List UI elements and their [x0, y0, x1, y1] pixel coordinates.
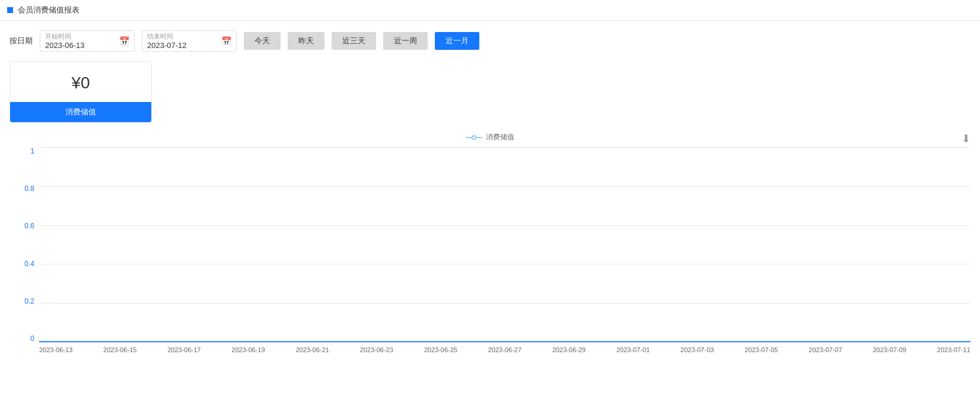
y-axis: 1 0.8 0.6 0.4 0.2 0 [9, 147, 39, 343]
y-label-0: 0 [30, 334, 34, 343]
end-date-input[interactable]: 结束时间 2023-07-12 📅 [142, 30, 237, 52]
today-button[interactable]: 今天 [244, 32, 281, 50]
start-date-label: 开始时间 [45, 32, 129, 41]
grid-line-06 [39, 225, 971, 226]
x-label-14: 2023-07-11 [937, 346, 971, 366]
chart-container: 1 0.8 0.6 0.4 0.2 0 2023-06-13 2023-0 [9, 147, 971, 366]
x-label-9: 2023-07-01 [616, 346, 650, 366]
chart-inner [39, 147, 971, 343]
y-label-02: 0.2 [24, 297, 34, 305]
x-label-7: 2023-06-27 [488, 346, 521, 366]
chart-legend: 消费储值 [9, 132, 971, 142]
page-title: 会员消费储值报表 [18, 5, 79, 15]
x-label-12: 2023-07-07 [809, 346, 842, 366]
grid-line-02 [39, 303, 971, 304]
data-line [39, 341, 971, 342]
x-label-2: 2023-06-17 [167, 346, 201, 366]
three-days-button[interactable]: 近三天 [332, 32, 376, 50]
x-label-13: 2023-07-09 [873, 346, 906, 366]
y-label-08: 0.8 [24, 184, 34, 193]
x-label-5: 2023-06-23 [360, 346, 393, 366]
y-label-06: 0.6 [24, 222, 34, 230]
x-label-8: 2023-06-29 [552, 346, 586, 366]
download-button[interactable]: ⬇ [962, 132, 971, 145]
grid-line-08 [39, 186, 971, 187]
legend-text: 消费储值 [486, 132, 514, 142]
chart-area: ⬇ 消费储值 1 0.8 0.6 0.4 0.2 0 [9, 132, 971, 381]
x-label-3: 2023-06-19 [231, 346, 265, 366]
end-calendar-icon: 📅 [221, 36, 231, 46]
legend-line [466, 137, 482, 138]
stats-label: 消费储值 [10, 102, 151, 122]
x-label-6: 2023-06-25 [424, 346, 457, 366]
filter-label: 按日期 [9, 36, 33, 46]
title-dot [7, 7, 13, 13]
legend-circle-icon [472, 135, 476, 140]
start-date-input[interactable]: 开始时间 2023-06-13 📅 [40, 30, 135, 52]
stats-card: ¥0 消费储值 [9, 61, 152, 123]
x-axis: 2023-06-13 2023-06-15 2023-06-17 2023-06… [39, 343, 971, 366]
x-label-11: 2023-07-05 [744, 346, 778, 366]
x-label-0: 2023-06-13 [39, 346, 72, 366]
x-label-4: 2023-06-21 [295, 346, 329, 366]
end-date-label: 结束时间 [147, 32, 231, 41]
x-label-10: 2023-07-03 [680, 346, 714, 366]
start-calendar-icon: 📅 [119, 36, 129, 46]
x-label-1: 2023-06-15 [103, 346, 136, 366]
end-date-value: 2023-07-12 [147, 41, 231, 50]
one-month-button[interactable]: 近一月 [435, 32, 479, 50]
title-bar: 会员消费储值报表 [0, 0, 980, 21]
one-week-button[interactable]: 近一周 [383, 32, 428, 50]
grid-line-04 [39, 264, 971, 264]
yesterday-button[interactable]: 昨天 [288, 32, 324, 50]
y-label-04: 0.4 [24, 260, 34, 268]
grid-line-1 [39, 147, 971, 148]
start-date-value: 2023-06-13 [45, 41, 129, 50]
y-label-1: 1 [30, 147, 34, 155]
stats-value: ¥0 [10, 62, 151, 102]
